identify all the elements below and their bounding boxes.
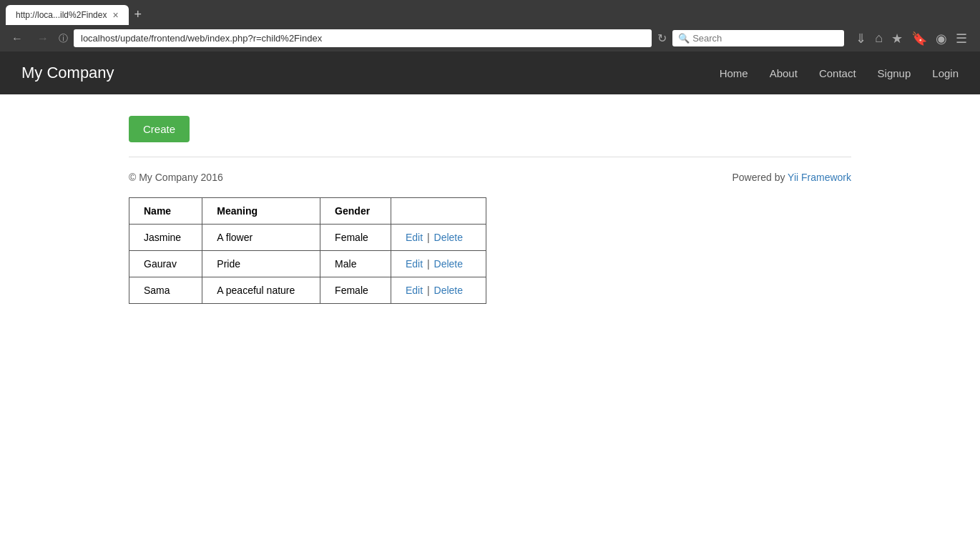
site-navbar: My Company Home About Contact Signup Log…: [0, 51, 980, 94]
tab-bar: http://loca...ild%2Findex × +: [0, 0, 980, 25]
forward-button[interactable]: →: [33, 31, 53, 46]
divider: [129, 157, 851, 157]
search-input[interactable]: [692, 33, 838, 44]
site-nav: Home About Contact Signup Login: [720, 67, 959, 79]
nav-link-about[interactable]: About: [770, 67, 798, 79]
main-content: Create © My Company 2016 Powered by Yii …: [0, 94, 980, 325]
action-separator: |: [427, 232, 430, 243]
col-header-actions: [391, 198, 486, 225]
delete-link-2[interactable]: Delete: [434, 285, 463, 296]
footer-bar: © My Company 2016 Powered by Yii Framewo…: [129, 172, 851, 183]
delete-link-1[interactable]: Delete: [434, 258, 463, 270]
create-button[interactable]: Create: [129, 116, 190, 142]
yii-framework-link[interactable]: Yii Framework: [788, 172, 851, 183]
edit-link-2[interactable]: Edit: [406, 285, 423, 296]
home-icon[interactable]: ⌂: [875, 31, 883, 46]
nav-link-contact[interactable]: Contact: [819, 67, 856, 79]
browser-chrome: http://loca...ild%2Findex × + ← → ⓘ ↻ 🔍 …: [0, 0, 980, 51]
tab-close-icon[interactable]: ×: [112, 9, 118, 21]
search-icon: 🔍: [678, 33, 690, 44]
info-icon: ⓘ: [59, 32, 68, 45]
col-header-meaning: Meaning: [202, 198, 320, 225]
shield-icon[interactable]: ◉: [936, 31, 947, 46]
cell-gender: Female: [320, 225, 391, 251]
toolbar-icons: ⇓ ⌂ ★ 🔖 ◉ ☰: [850, 31, 973, 46]
powered-by-text: Powered by Yii Framework: [732, 172, 851, 183]
tab-title: http://loca...ild%2Findex: [16, 10, 107, 20]
cell-name: Jasmine: [129, 225, 202, 251]
cell-meaning: Pride: [202, 251, 320, 277]
site-brand: My Company: [21, 64, 720, 82]
nav-link-home[interactable]: Home: [720, 67, 748, 79]
download-icon[interactable]: ⇓: [856, 31, 866, 46]
cell-actions: Edit | Delete: [391, 277, 486, 304]
action-separator: |: [427, 258, 430, 270]
cell-gender: Female: [320, 277, 391, 304]
table-row: Gaurav Pride Male Edit | Delete: [129, 251, 486, 277]
bookmark-icon[interactable]: 🔖: [911, 31, 927, 46]
cell-name: Gaurav: [129, 251, 202, 277]
cell-actions: Edit | Delete: [391, 225, 486, 251]
cell-name: Sama: [129, 277, 202, 304]
cell-actions: Edit | Delete: [391, 251, 486, 277]
edit-link-0[interactable]: Edit: [406, 232, 423, 243]
table-row: Jasmine A flower Female Edit | Delete: [129, 225, 486, 251]
search-container: 🔍: [672, 30, 844, 46]
table-header-row: Name Meaning Gender: [129, 198, 486, 225]
col-header-gender: Gender: [320, 198, 391, 225]
cell-gender: Male: [320, 251, 391, 277]
cell-meaning: A flower: [202, 225, 320, 251]
data-table: Name Meaning Gender Jasmine A flower Fem…: [129, 197, 486, 304]
copyright-text: © My Company 2016: [129, 172, 223, 183]
col-header-name: Name: [129, 198, 202, 225]
nav-link-login[interactable]: Login: [932, 67, 959, 79]
edit-link-1[interactable]: Edit: [406, 258, 423, 270]
nav-link-signup[interactable]: Signup: [878, 67, 911, 79]
cell-meaning: A peaceful nature: [202, 277, 320, 304]
address-bar: ← → ⓘ ↻ 🔍 ⇓ ⌂ ★ 🔖 ◉ ☰: [0, 25, 980, 51]
delete-link-0[interactable]: Delete: [434, 232, 463, 243]
action-separator: |: [427, 285, 430, 296]
refresh-button[interactable]: ↻: [657, 31, 667, 45]
browser-tab[interactable]: http://loca...ild%2Findex ×: [6, 5, 129, 25]
star-icon[interactable]: ★: [891, 31, 903, 46]
menu-icon[interactable]: ☰: [956, 31, 967, 46]
table-row: Sama A peaceful nature Female Edit | Del…: [129, 277, 486, 304]
back-button[interactable]: ←: [7, 31, 27, 46]
url-input[interactable]: [74, 29, 652, 47]
new-tab-button[interactable]: +: [129, 4, 148, 25]
